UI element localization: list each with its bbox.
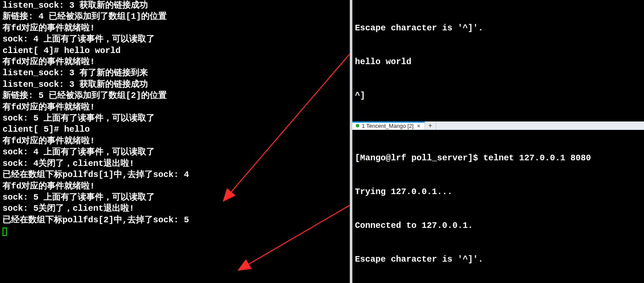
terminal-line: 有fd对应的事件就绪啦! (3, 136, 347, 147)
terminal-line: [Mango@lrf poll_server]$ telnet 127.0.0.… (355, 153, 641, 164)
client1-terminal[interactable]: Escape character is '^]'. hello world ^]… (352, 0, 644, 121)
terminal-line: listen_sock: 3 获取新的链接成功 (3, 0, 347, 11)
terminal-line: sock: 4 上面有了读事件，可以读取了 (3, 147, 347, 158)
terminal-line: 新链接: 4 已经被添加到了数组[1]的位置 (3, 11, 347, 22)
terminal-line: listen_sock: 3 获取新的链接成功 (3, 79, 347, 90)
tab-bar: 1 Tencent_Mango [2] × + (352, 121, 644, 130)
add-tab-button[interactable]: + (425, 122, 436, 130)
server-terminal[interactable]: listen_sock: 3 获取新的链接成功 新链接: 4 已经被添加到了数组… (0, 0, 350, 283)
terminal-line: client[ 5]# hello (3, 124, 347, 135)
tab-label: 1 Tencent_Mango [2] (362, 123, 414, 129)
client2-terminal[interactable]: [Mango@lrf poll_server]$ telnet 127.0.0.… (352, 130, 644, 283)
close-icon[interactable]: × (416, 123, 421, 129)
terminal-line: sock: 4关闭了，client退出啦! (3, 158, 347, 169)
terminal-line: 已经在数组下标pollfds[2]中,去掉了sock: 5 (3, 215, 347, 226)
terminal-line: Connected to 127.0.0.1. (355, 220, 641, 231)
terminal-line: 有fd对应的事件就绪啦! (3, 56, 347, 68)
terminal-line: sock: 5 上面有了读事件，可以读取了 (3, 113, 347, 124)
terminal-line: 有fd对应的事件就绪啦! (3, 102, 347, 113)
terminal-line: sock: 5关闭了，client退出啦! (3, 203, 347, 214)
terminal-line: ^] (355, 90, 641, 101)
terminal-line: hello world (355, 56, 641, 68)
terminal-line: listen_sock: 3 有了新的链接到来 (3, 68, 347, 79)
status-dot-icon (356, 124, 359, 127)
terminal-line: sock: 5 上面有了读事件，可以读取了 (3, 192, 347, 203)
terminal-line: 有fd对应的事件就绪啦! (3, 23, 347, 34)
terminal-line (3, 226, 347, 237)
terminal-line: Escape character is '^]'. (355, 254, 641, 265)
tab-tencent-mango-2[interactable]: 1 Tencent_Mango [2] × (352, 122, 425, 130)
terminal-line: Escape character is '^]'. (355, 23, 641, 34)
cursor-icon (3, 227, 7, 236)
terminal-line: client[ 4]# hello world (3, 45, 347, 56)
terminal-line: 有fd对应的事件就绪啦! (3, 181, 347, 192)
terminal-line: 新链接: 5 已经被添加到了数组[2]的位置 (3, 90, 347, 101)
terminal-line: sock: 4 上面有了读事件，可以读取了 (3, 34, 347, 45)
terminal-line: Trying 127.0.0.1... (355, 186, 641, 198)
terminal-line: 已经在数组下标pollfds[1]中,去掉了sock: 4 (3, 169, 347, 180)
